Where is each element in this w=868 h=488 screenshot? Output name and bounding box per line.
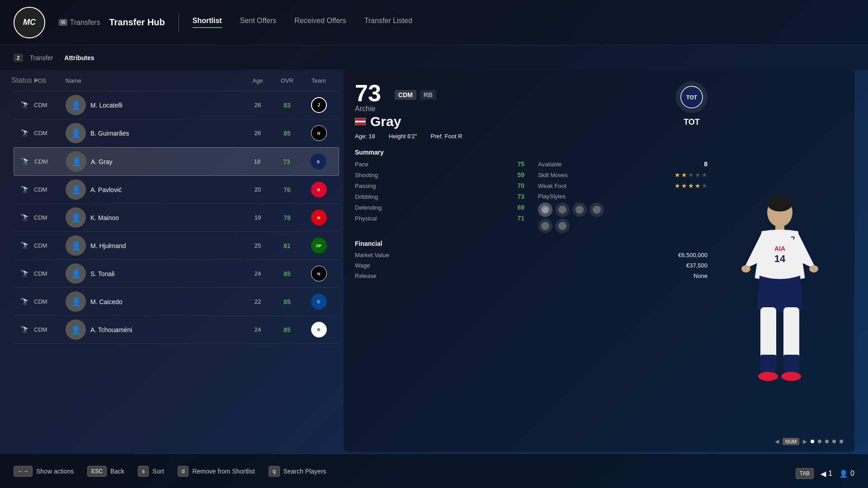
wage-label: Wage <box>355 262 370 269</box>
attr-available: Available 8 <box>538 160 708 168</box>
player-row[interactable]: 🔭 CDM 👤 M. Caicedo 22 85 C <box>14 288 339 316</box>
player-row-selected[interactable]: 🔭 CDM 👤 A. Gray 18 73 S <box>14 147 339 176</box>
svg-point-14 <box>741 265 750 272</box>
player-age: 18 <box>244 158 271 165</box>
svg-point-10 <box>767 195 793 211</box>
player-row[interactable]: 🔭 CDM 👤 M. Hjulmand 25 81 SP <box>14 232 339 260</box>
action-search-players: q Search Players <box>269 466 326 477</box>
tab-shortlist[interactable]: Shortlist <box>193 17 222 28</box>
person-icon: 👤 <box>839 469 848 478</box>
header-pos: POS <box>34 77 66 84</box>
sub-nav: Z Transfer Attributes <box>0 45 868 70</box>
player-row[interactable]: 🔭 CDM 👤 B. Guimarães 26 85 N <box>14 119 339 147</box>
player-team: S <box>302 154 334 169</box>
nav-hub[interactable]: Transfer Hub <box>109 17 165 28</box>
player-ovr: 78 <box>271 214 303 221</box>
scout-icon: 🔭 <box>18 295 32 309</box>
dribbling-value: 73 <box>517 193 524 200</box>
player-ovr: 76 <box>271 186 303 193</box>
stat-pace: Pace 75 <box>355 160 524 168</box>
search-players-label: Search Players <box>283 468 326 475</box>
playstyle-svg <box>575 205 584 214</box>
playstyle-svg: ⬡ <box>541 205 550 214</box>
player-meta: Age: 18 Height 6'2" Pref. Foot R <box>355 133 462 140</box>
player-team: J <box>303 97 335 113</box>
team-badge: J <box>311 97 327 113</box>
player-name: S. Tonali <box>90 270 244 277</box>
sub-tab-attributes[interactable]: Attributes <box>64 54 94 61</box>
player-team: B <box>303 182 335 197</box>
table-header: Status ▼ POS Name Age OVR Team <box>14 70 339 91</box>
player-first-name: Archie <box>355 105 462 113</box>
player-last-name: Gray <box>355 114 462 129</box>
player-avatar: 👤 <box>66 95 86 115</box>
tab-sent-offers[interactable]: Sent Offers <box>240 17 277 28</box>
wage-row: Wage €37,500 <box>355 262 708 269</box>
player-avatar: 👤 <box>66 207 86 228</box>
player-row[interactable]: 🔭 CDM 👤 M. Locatelli 26 83 J <box>14 91 339 119</box>
svg-point-15 <box>809 265 818 272</box>
header-name: Name <box>66 77 244 84</box>
stat-shooting: Shooting 59 <box>355 171 524 178</box>
player-avatar: 👤 <box>66 291 86 312</box>
pace-value: 75 <box>517 160 524 168</box>
nav-transfers[interactable]: Transfers <box>70 19 100 27</box>
player-ovr: 81 <box>271 242 303 249</box>
player-ovr: 85 <box>271 130 303 137</box>
sort-label: Sort <box>152 468 164 475</box>
svg-point-8 <box>558 222 566 230</box>
remove-shortlist-label: Remove from Shortlist <box>192 468 255 475</box>
player-position: CDM <box>34 214 66 221</box>
star-2: ★ <box>681 171 687 178</box>
star-3: ★ <box>688 171 694 178</box>
player-row[interactable]: 🔭 CDM 👤 A. Pavlović 20 76 B <box>14 176 339 204</box>
team-badge: R <box>311 322 327 338</box>
flag-icon <box>355 118 366 125</box>
player-age: 24 <box>244 270 271 277</box>
player-team: N <box>303 266 335 282</box>
star-1: ★ <box>675 182 680 189</box>
attr-weak-foot: Weak Foot ★ ★ ★ ★ ★ <box>538 182 708 189</box>
star-4: ★ <box>695 171 701 178</box>
player-row[interactable]: 🔭 CDM 👤 K. Mainoo 19 78 M <box>14 204 339 232</box>
playstyle-icon-4 <box>590 202 604 217</box>
player-position: CDM <box>34 130 66 136</box>
player-age: 22 <box>244 298 271 305</box>
scout-icon: 🔭 <box>18 99 32 112</box>
player-age: 26 <box>244 130 271 136</box>
tab-received-offers[interactable]: Received Offers <box>294 17 346 28</box>
svg-point-4 <box>558 206 566 214</box>
sub-tab-transfer[interactable]: Transfer <box>30 54 53 61</box>
player-row[interactable]: 🔭 CDM 👤 S. Tonali 24 85 N <box>14 260 339 288</box>
player-ovr: 85 <box>271 326 303 333</box>
available-label: Available <box>538 161 562 168</box>
player-position: CDM <box>34 158 66 165</box>
playstyle-icon-3 <box>572 202 587 217</box>
wage-value: €37,500 <box>686 262 708 269</box>
player-name: A. Tchouaméni <box>90 326 244 333</box>
release-row: Release None <box>355 272 708 279</box>
passing-value: 70 <box>517 182 524 189</box>
show-actions-label: Show actions <box>36 468 74 475</box>
svg-text:AIA: AIA <box>774 245 785 252</box>
svg-text:TOT: TOT <box>686 94 697 101</box>
svg-point-20 <box>758 372 778 381</box>
market-value-row: Market Value €6,500,000 <box>355 252 708 258</box>
skill-moves-stars: ★ ★ ★ ★ ★ <box>675 171 708 178</box>
scout-icon: 🔭 <box>18 267 32 281</box>
tab-transfer-listed[interactable]: Transfer Listed <box>364 17 412 28</box>
header-status: Status ▼ <box>18 74 32 87</box>
dribbling-label: Dribbling <box>355 193 378 200</box>
team-badge: C <box>311 294 327 310</box>
scout-icon: 🔭 <box>18 127 32 140</box>
scout-icon: 🔭 <box>19 155 32 169</box>
scout-icon: 🔭 <box>18 211 32 225</box>
team-badge: M <box>311 210 327 225</box>
scout-icon: 🔭 <box>18 239 32 253</box>
club-logo-badge: TOT <box>676 81 708 113</box>
player-row[interactable]: 🔭 CDM 👤 A. Tchouaméni 24 85 R <box>14 316 339 344</box>
team-badge: SP <box>311 238 327 253</box>
shooting-label: Shooting <box>355 172 378 178</box>
key-arrow: ←→ <box>14 466 33 477</box>
svg-point-21 <box>781 372 801 381</box>
